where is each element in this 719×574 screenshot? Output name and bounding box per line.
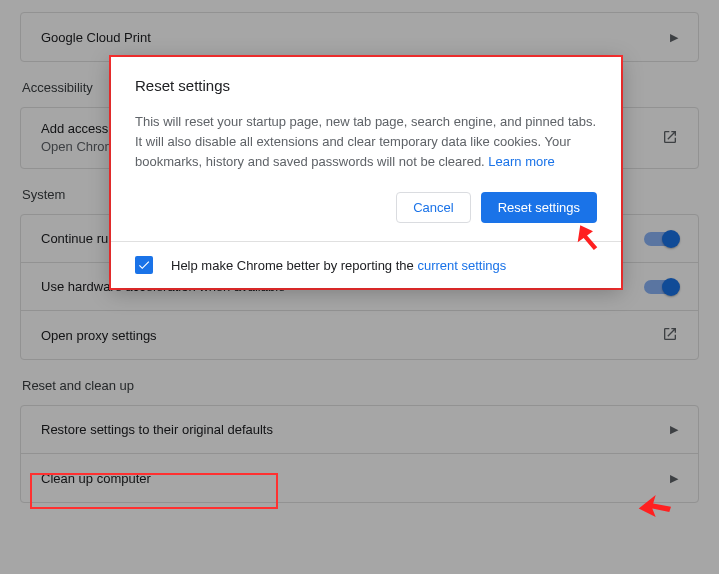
dialog-body: This will reset your startup page, new t… <box>135 112 597 172</box>
svg-marker-0 <box>578 225 598 250</box>
reset-settings-button[interactable]: Reset settings <box>481 192 597 223</box>
current-settings-link[interactable]: current settings <box>417 258 506 273</box>
learn-more-link[interactable]: Learn more <box>488 154 554 169</box>
help-report-text: Help make Chrome better by reporting the… <box>171 258 506 273</box>
cancel-button[interactable]: Cancel <box>396 192 470 223</box>
help-report-checkbox[interactable] <box>135 256 153 274</box>
annotation-arrow-icon <box>637 492 671 520</box>
annotation-arrow-icon <box>576 221 610 255</box>
svg-marker-1 <box>639 495 671 517</box>
help-report-prefix: Help make Chrome better by reporting the <box>171 258 417 273</box>
dialog-footer: Help make Chrome better by reporting the… <box>111 241 621 288</box>
annotation-highlight-dialog: Reset settings This will reset your star… <box>109 55 623 290</box>
reset-settings-dialog: Reset settings This will reset your star… <box>111 57 621 288</box>
dialog-title: Reset settings <box>135 77 597 94</box>
